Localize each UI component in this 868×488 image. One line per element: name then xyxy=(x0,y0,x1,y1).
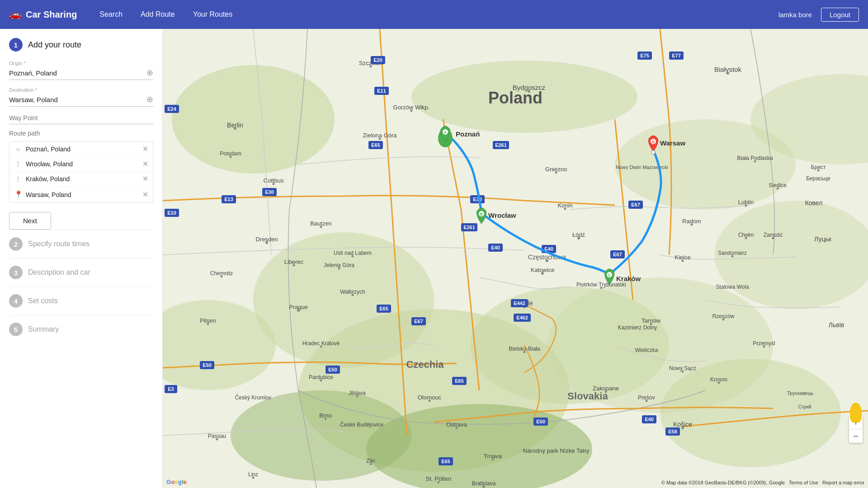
destination-input-wrapper: ⊕ xyxy=(9,94,153,107)
svg-point-136 xyxy=(352,255,354,258)
svg-point-73 xyxy=(320,226,322,228)
brand-name: Car Sharing xyxy=(26,9,77,20)
svg-point-116 xyxy=(646,400,648,402)
svg-text:E65: E65 xyxy=(379,306,388,311)
destination-input[interactable] xyxy=(9,96,146,103)
svg-point-79 xyxy=(293,264,295,267)
waypoint2-drag-icon: ⋮ xyxy=(14,175,22,183)
username: lamka bore xyxy=(778,11,812,19)
svg-text:B: B xyxy=(480,212,483,216)
svg-point-46 xyxy=(772,237,774,239)
step-5-number: 5 xyxy=(9,323,23,336)
svg-text:Kraków: Kraków xyxy=(616,275,641,282)
step-1-number: 1 xyxy=(9,38,23,52)
step-5-title: Summary xyxy=(28,325,59,333)
svg-point-48 xyxy=(722,319,725,321)
svg-text:E50: E50 xyxy=(328,367,337,372)
navbar-right: lamka bore Logout xyxy=(778,8,859,22)
route-item-origin-delete[interactable]: ✕ xyxy=(142,145,148,153)
svg-text:E77: E77 xyxy=(672,53,681,58)
svg-text:E65: E65 xyxy=(371,142,380,148)
step-4-title: Set costs xyxy=(28,297,58,305)
logout-button[interactable]: Logout xyxy=(821,8,859,22)
svg-point-25 xyxy=(379,138,381,140)
map-container[interactable]: Poland Bydgoszcz Białystok Szczecin Gorz… xyxy=(163,29,868,488)
route-item-waypoint2-delete[interactable]: ✕ xyxy=(142,175,148,183)
svg-text:E24: E24 xyxy=(167,106,176,112)
nav-search[interactable]: Search xyxy=(90,0,132,29)
svg-text:Czechia: Czechia xyxy=(406,359,444,370)
origin-circle-icon: ○ xyxy=(14,145,22,153)
terms-of-use-link[interactable]: Terms of Use xyxy=(789,480,818,485)
svg-point-134 xyxy=(352,294,354,296)
svg-text:Ковел: Ковел xyxy=(805,199,823,206)
step-1-header: 1 Add your route xyxy=(9,38,153,52)
svg-text:E40: E40 xyxy=(491,245,500,250)
route-item-waypoint2: ⋮ Kraków, Poland ✕ xyxy=(9,172,153,187)
step-3-title: Description and car xyxy=(28,268,90,277)
svg-text:Poznań: Poznań xyxy=(456,130,480,138)
svg-point-84 xyxy=(297,309,300,312)
svg-text:Луцьк: Луцьк xyxy=(814,235,832,243)
svg-text:E67: E67 xyxy=(613,252,622,257)
svg-text:A: A xyxy=(444,130,447,135)
step-3-number: 3 xyxy=(9,266,23,279)
sidebar: 1 Add your route Origin * ⊕ Destination … xyxy=(0,29,163,488)
destination-location-icon[interactable]: ⊕ xyxy=(146,94,153,104)
svg-point-69 xyxy=(230,156,232,158)
origin-input-wrapper: ⊕ xyxy=(9,68,153,80)
svg-point-126 xyxy=(754,160,756,163)
svg-text:Kazimierz Dolny: Kazimierz Dolny xyxy=(618,324,657,331)
svg-text:Wieliczka: Wieliczka xyxy=(635,347,658,353)
brand-link[interactable]: 🚗 Car Sharing xyxy=(9,9,77,20)
svg-point-132 xyxy=(338,267,340,270)
origin-input[interactable] xyxy=(9,69,146,77)
svg-point-19 xyxy=(726,72,729,75)
route-path-container: ○ Poznań, Poland ✕ ⋮ Wrocław, Poland ✕ ⋮… xyxy=(9,141,153,203)
svg-point-100 xyxy=(370,463,372,465)
svg-text:E65: E65 xyxy=(441,459,450,464)
svg-text:Wrocław: Wrocław xyxy=(488,211,516,219)
route-item-destination-text: Warsaw, Poland xyxy=(26,191,139,198)
svg-point-37 xyxy=(682,260,684,262)
svg-point-94 xyxy=(356,395,359,398)
svg-point-33 xyxy=(600,287,603,289)
zoom-out-button[interactable]: − xyxy=(849,429,863,443)
google-logo: Google xyxy=(166,479,187,485)
svg-point-54 xyxy=(541,272,544,275)
report-error-link[interactable]: Report a map error xyxy=(822,480,864,485)
next-button[interactable]: Next xyxy=(9,212,51,230)
svg-point-123 xyxy=(817,169,820,172)
svg-text:E261: E261 xyxy=(495,142,507,148)
nav-your-routes[interactable]: Your Routes xyxy=(184,0,241,29)
svg-text:Český Krumlov: Český Krumlov xyxy=(235,394,272,401)
attribution-copyright: © Map data ©2018 GeoBasis-DE/BKG (©2009)… xyxy=(661,480,785,485)
svg-point-90 xyxy=(429,400,431,402)
svg-text:E50: E50 xyxy=(203,362,212,368)
svg-point-23 xyxy=(410,110,413,112)
waypoint1-drag-icon: ⋮ xyxy=(14,160,22,168)
origin-location-icon[interactable]: ⊕ xyxy=(146,68,153,78)
svg-text:E58: E58 xyxy=(668,429,677,434)
svg-text:Стрий: Стрий xyxy=(798,404,811,409)
svg-point-138 xyxy=(524,351,526,353)
svg-text:Warsaw: Warsaw xyxy=(660,139,685,147)
svg-point-92 xyxy=(456,427,458,429)
nav-add-route[interactable]: Add Route xyxy=(132,0,184,29)
pegman-icon[interactable] xyxy=(850,403,862,422)
route-item-destination: 📍 Warsaw, Poland ✕ xyxy=(9,187,153,202)
svg-point-29 xyxy=(564,208,566,210)
route-item-destination-delete[interactable]: ✕ xyxy=(142,191,148,198)
svg-point-43 xyxy=(731,255,734,258)
route-item-waypoint1: ⋮ Wrocław, Poland ✕ xyxy=(9,157,153,172)
destination-pin-icon: 📍 xyxy=(14,190,22,199)
svg-point-77 xyxy=(221,276,223,278)
svg-text:E13: E13 xyxy=(224,197,233,202)
svg-text:E11: E11 xyxy=(377,88,386,94)
svg-point-31 xyxy=(577,237,580,239)
map-svg: Poland Bydgoszcz Białystok Szczecin Gorz… xyxy=(163,29,868,488)
route-item-waypoint1-text: Wrocław, Poland xyxy=(26,160,139,168)
svg-point-2 xyxy=(172,65,335,174)
waypoint-input[interactable] xyxy=(9,114,153,122)
route-item-waypoint1-delete[interactable]: ✕ xyxy=(142,160,148,168)
